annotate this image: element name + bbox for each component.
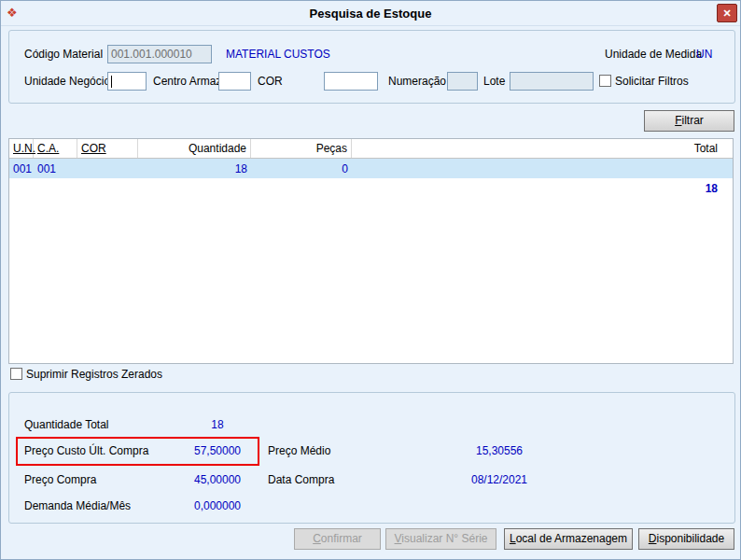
total-value: 18 <box>9 178 733 198</box>
solicitar-filtros-label: Solicitar Filtros <box>615 76 689 88</box>
suprimir-checkbox[interactable] <box>10 368 22 380</box>
demanda-value: 0,000000 <box>152 500 283 512</box>
cell-cor <box>77 159 138 178</box>
pesquisa-estoque-dialog: ❖ Pesquisa de Estoque ✕ Código Material … <box>0 0 741 560</box>
cell-rest <box>352 159 733 178</box>
visualizar-serie-button: Visualizar N° Série <box>385 528 496 550</box>
cor-input[interactable] <box>324 72 378 91</box>
local-armazenagem-button[interactable]: Local de Armazenagem <box>504 528 633 550</box>
numeracao-field <box>447 72 478 91</box>
titlebar: ❖ Pesquisa de Estoque ✕ <box>1 1 740 26</box>
column-header-ca[interactable]: C.A. <box>34 139 77 158</box>
column-header-un[interactable]: U.N. <box>9 139 34 158</box>
preco-medio-label: Preço Médio <box>268 445 330 457</box>
table-row[interactable]: 001 001 18 0 <box>9 159 733 178</box>
close-icon: ✕ <box>722 7 731 19</box>
unidade-medida-label: Unidade de Medida <box>605 49 702 61</box>
unidade-negocio-input[interactable] <box>107 72 147 91</box>
column-header-quantidade: Quantidade <box>138 139 251 158</box>
lote-field <box>510 72 594 91</box>
codigo-material-label: Código Material <box>24 49 103 61</box>
preco-medio-value: 15,30556 <box>434 445 565 457</box>
close-button[interactable]: ✕ <box>717 4 737 22</box>
preco-custo-label: Preço Custo Últ. Compra <box>24 445 148 457</box>
preco-custo-value: 57,50000 <box>152 445 283 457</box>
lote-label: Lote <box>483 76 505 88</box>
quantidade-total-label: Quantidade Total <box>24 419 109 431</box>
centro-armaz-label: Centro Armaz. <box>153 76 225 88</box>
preco-compra-value: 45,00000 <box>152 474 283 486</box>
data-compra-value: 08/12/2021 <box>434 474 565 486</box>
summary-groupbox: Quantidade Total 18 Preço Custo Últ. Com… <box>8 392 735 524</box>
quantidade-total-value: 18 <box>152 419 283 431</box>
cell-ca: 001 <box>34 159 77 178</box>
codigo-material-field <box>107 45 212 63</box>
results-table: U.N. C.A. COR Quantidade Peças Total 001… <box>8 138 734 364</box>
suprimir-label: Suprimir Registros Zerados <box>26 369 162 381</box>
column-header-total: Total <box>352 139 733 158</box>
unidade-medida-value: UN <box>696 49 712 61</box>
unidade-negocio-label: Unidade Negócio <box>24 76 110 88</box>
filtrar-button[interactable]: Filtrar <box>644 110 734 132</box>
cell-pecas: 0 <box>251 159 352 178</box>
text-caret <box>111 76 112 88</box>
confirmar-button: Confirmar <box>294 528 381 550</box>
disponibilidade-button[interactable]: Disponibilidade <box>638 528 734 550</box>
numeracao-label: Numeração <box>388 76 446 88</box>
window-title: Pesquisa de Estoque <box>1 7 740 21</box>
total-row: 18 <box>9 178 733 198</box>
demanda-label: Demanda Média/Mês <box>24 500 131 512</box>
data-compra-label: Data Compra <box>268 474 334 486</box>
preco-compra-label: Preço Compra <box>24 474 96 486</box>
centro-armaz-input[interactable] <box>218 72 251 91</box>
table-header: U.N. C.A. COR Quantidade Peças Total <box>9 139 733 159</box>
cor-label: COR <box>258 76 283 88</box>
column-header-cor[interactable]: COR <box>77 139 138 158</box>
cell-quantidade: 18 <box>138 159 251 178</box>
column-header-pecas: Peças <box>251 139 352 158</box>
solicitar-filtros-checkbox[interactable] <box>599 75 611 87</box>
material-description: MATERIAL CUSTOS <box>226 49 330 61</box>
filter-groupbox: Código Material MATERIAL CUSTOS Unidade … <box>8 30 735 104</box>
cell-un: 001 <box>9 159 34 178</box>
